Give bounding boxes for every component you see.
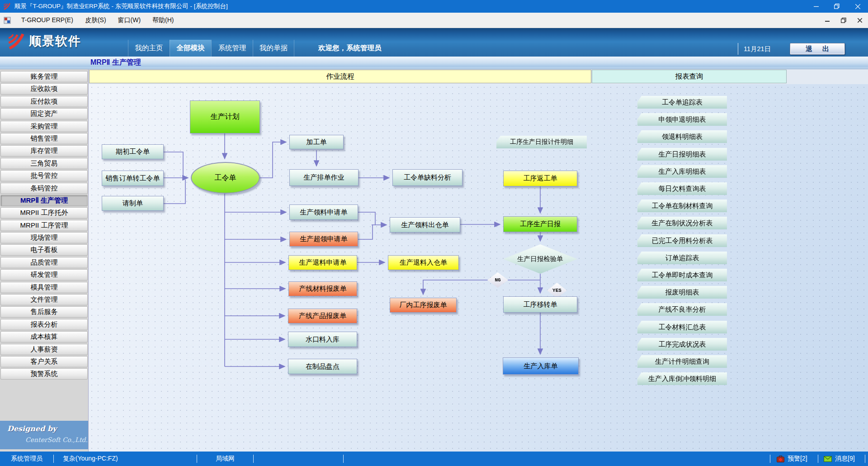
- sidebar-item[interactable]: 成本核算: [0, 331, 88, 342]
- mdi-window-icon: [4, 17, 11, 24]
- header-tab[interactable]: 全部模块: [170, 40, 211, 57]
- status-user: 系统管理员: [0, 452, 53, 466]
- message-envelope-icon: [824, 456, 832, 462]
- flow-node-production-plan[interactable]: 生产计划: [190, 100, 260, 133]
- child-restore-icon[interactable]: [839, 16, 848, 25]
- flow-node-piecework-detail[interactable]: 工序生产日报计件明细: [496, 136, 587, 148]
- sidebar-item[interactable]: 售后服务: [0, 306, 88, 318]
- sidebar-item[interactable]: 人事薪资: [0, 344, 88, 355]
- flow-node-scheduling[interactable]: 生产排单作业: [289, 169, 359, 186]
- report-button[interactable]: 产线不良率分析: [637, 303, 727, 316]
- close-icon[interactable]: [847, 0, 868, 13]
- sidebar-item[interactable]: MRPII 工序托外: [0, 207, 88, 219]
- report-button[interactable]: 工令单在制材料查询: [637, 200, 727, 212]
- flow-node-initial-work-order[interactable]: 期初工令单: [102, 144, 164, 159]
- alert-label: 预警[2]: [788, 455, 807, 463]
- sidebar-item[interactable]: 库存管理: [0, 145, 88, 157]
- sidebar-item[interactable]: 研发管理: [0, 269, 88, 281]
- report-button[interactable]: 工令材料汇总表: [637, 321, 727, 333]
- app-header: 顺景软件 我的主页全部模块系统管理我的单据 欢迎您，系统管理员 11月21日 退…: [0, 28, 868, 57]
- report-button[interactable]: 已完工令用料分析表: [637, 234, 727, 247]
- flow-label-ng: NG: [487, 272, 508, 288]
- report-button[interactable]: 每日欠料查询表: [637, 182, 727, 195]
- child-minimize-icon[interactable]: [823, 16, 832, 25]
- status-host: 复杂(Young-PC:FZ): [63, 452, 118, 466]
- sidebar-item[interactable]: 品质管理: [0, 257, 88, 268]
- flow-node-wip-count[interactable]: 在制品盘点: [288, 359, 357, 374]
- sidebar-item[interactable]: 应收款项: [0, 83, 88, 95]
- header-tab[interactable]: 我的主页: [128, 40, 170, 57]
- restore-icon[interactable]: [826, 0, 847, 13]
- sidebar-item[interactable]: 三角贸易: [0, 158, 88, 169]
- child-close-icon[interactable]: [855, 16, 864, 25]
- flow-node-sales-to-work-order[interactable]: 销售订单转工令单: [102, 171, 164, 186]
- sidebar-item[interactable]: 销售管理: [0, 133, 88, 144]
- flow-node-line-material-scrap[interactable]: 产线材料报废单: [288, 281, 357, 296]
- flow-node-stock-in[interactable]: 生产入库单: [503, 357, 579, 375]
- flow-node-shortage-analysis[interactable]: 工令单缺料分析: [392, 169, 462, 186]
- report-button[interactable]: 报废明细表: [637, 286, 727, 299]
- sidebar-item[interactable]: 条码管控: [0, 183, 88, 194]
- flow-node-return-request[interactable]: 生产退料申请单: [288, 255, 357, 270]
- menu-item[interactable]: T-GROUP ERP(E): [15, 14, 79, 25]
- report-button[interactable]: 申领申退明细表: [637, 113, 727, 126]
- report-button[interactable]: 订单追踪表: [637, 252, 727, 264]
- report-button[interactable]: 生产在制状况分析表: [637, 217, 727, 229]
- menu-item[interactable]: 皮肤(S): [79, 14, 112, 25]
- flow-node-rework[interactable]: 工序返工单: [503, 171, 577, 186]
- sidebar-item[interactable]: 账务管理: [0, 71, 88, 82]
- header-tab[interactable]: 系统管理: [211, 40, 253, 57]
- report-button[interactable]: 生产入库倒冲领料明细: [637, 372, 727, 385]
- sidebar-item[interactable]: 现场管理: [0, 232, 88, 243]
- message-label: 消息[9]: [835, 455, 855, 463]
- flow-node-transfer[interactable]: 工序移转单: [503, 296, 577, 313]
- flow-node-sprue-in[interactable]: 水口料入库: [288, 332, 357, 347]
- report-button[interactable]: 工令单追踪表: [637, 96, 727, 109]
- module-title: MRPⅡ 生产管理: [90, 58, 141, 67]
- sidebar-item[interactable]: 文件管理: [0, 294, 88, 305]
- flow-node-daily-report[interactable]: 工序生产日报: [503, 216, 577, 232]
- report-button[interactable]: 工序完成状况表: [637, 338, 727, 351]
- menu-bar: T-GROUP ERP(E)皮肤(S)窗口(W)帮助(H): [0, 13, 868, 28]
- flow-node-material-request[interactable]: 生产领料申请单: [289, 204, 358, 220]
- welcome-text: 欢迎您，系统管理员: [318, 40, 382, 57]
- sidebar-item[interactable]: MRPII 工序管理: [0, 220, 88, 231]
- sidebar-item[interactable]: 采购管理: [0, 121, 88, 132]
- menu-item[interactable]: 窗口(W): [112, 14, 147, 25]
- report-button[interactable]: 领退料明细表: [637, 130, 727, 143]
- menu-item[interactable]: 帮助(H): [146, 14, 179, 25]
- flow-node-return-in[interactable]: 生产退料入仓单: [388, 255, 459, 270]
- status-bar: 系统管理员 复杂(Young-PC:FZ) 局域网 预警[2] 消息[9]: [0, 452, 868, 466]
- sidebar-item[interactable]: 固定资产: [0, 108, 88, 119]
- report-button[interactable]: 生产计件明细查询: [637, 355, 727, 368]
- header-tab[interactable]: 我的单据: [253, 40, 294, 57]
- alert-status[interactable]: 预警[2]: [777, 452, 807, 466]
- sidebar-item[interactable]: 批号管控: [0, 170, 88, 181]
- report-button[interactable]: 生产日报明细表: [637, 148, 727, 161]
- flow-node-material-issue[interactable]: 生产领料出仓单: [390, 217, 460, 233]
- flow-node-process-order[interactable]: 加工单: [289, 135, 344, 149]
- window-title: 顺景『T-GROUP』制造业ERP系统 - 东莞顺景软件科技有限公司 - [系统…: [14, 2, 228, 10]
- workflow-canvas: 生产计划 期初工令单 销售订单转工令单 请制单 工令单 加工单 生产排单作业 工…: [89, 84, 868, 452]
- flow-node-request-order[interactable]: 请制单: [102, 196, 164, 211]
- flow-node-over-request[interactable]: 生产超领申请单: [289, 232, 358, 247]
- date-display: 11月21日: [738, 43, 771, 55]
- sidebar-item[interactable]: 预警系统: [0, 368, 88, 380]
- sidebar-item[interactable]: 电子看板: [0, 244, 88, 256]
- flow-node-work-order[interactable]: 工令单: [191, 162, 260, 194]
- flow-node-inspection[interactable]: 生产日报检验单: [503, 244, 577, 274]
- flow-node-factory-scrap[interactable]: 厂内工序报废单: [390, 298, 457, 313]
- sidebar-item[interactable]: 客户关系: [0, 356, 88, 367]
- report-button[interactable]: 生产入库明细表: [637, 165, 727, 178]
- report-button[interactable]: 工令单即时成本查询: [637, 269, 727, 281]
- exit-button[interactable]: 退 出: [790, 43, 845, 55]
- sidebar-item[interactable]: 应付款项: [0, 96, 88, 107]
- minimize-icon[interactable]: [806, 0, 826, 13]
- status-network: 局域网: [197, 452, 253, 466]
- flow-node-line-product-scrap[interactable]: 产线产品报废单: [288, 309, 357, 323]
- sidebar-item[interactable]: 报表分析: [0, 319, 88, 330]
- sidebar-item[interactable]: 模具管理: [0, 282, 88, 293]
- title-bar: 顺景『T-GROUP』制造业ERP系统 - 东莞顺景软件科技有限公司 - [系统…: [0, 0, 868, 13]
- message-status[interactable]: 消息[9]: [824, 452, 855, 466]
- sidebar-item[interactable]: MRPⅡ 生产管理: [0, 195, 88, 206]
